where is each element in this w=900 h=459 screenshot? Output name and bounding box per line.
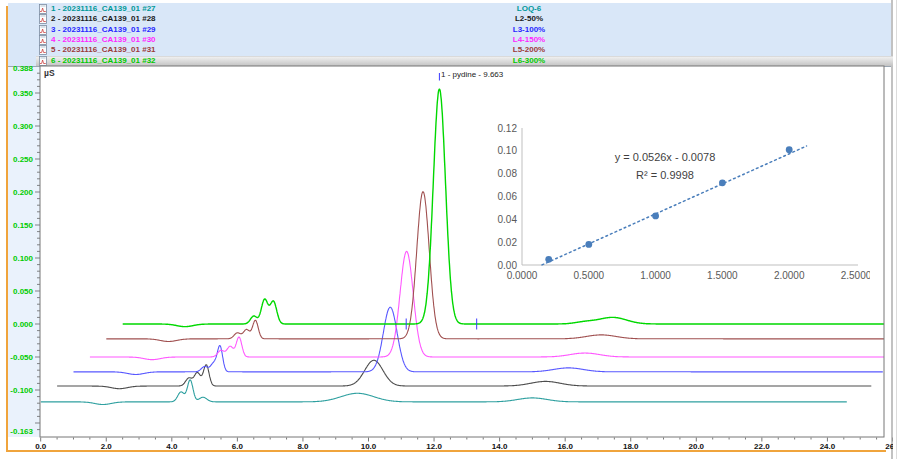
svg-text:1.0000: 1.0000: [640, 270, 671, 281]
svg-text:0.200: 0.200: [13, 188, 34, 197]
svg-text:0.150: 0.150: [13, 221, 34, 230]
svg-text:0.100: 0.100: [13, 254, 34, 263]
svg-text:4.0: 4.0: [166, 442, 178, 451]
svg-text:-0.163: -0.163: [10, 427, 33, 436]
svg-text:12.0: 12.0: [426, 442, 442, 451]
trendline-r-squared: R² = 0.9998: [515, 169, 815, 181]
svg-text:0.0000: 0.0000: [507, 270, 538, 281]
y-axis-unit-label: µS: [44, 68, 55, 78]
svg-text:18.0: 18.0: [623, 442, 639, 451]
svg-text:24.0: 24.0: [820, 442, 836, 451]
svg-text:26.0: 26.0: [885, 442, 893, 451]
svg-text:8.0: 8.0: [297, 442, 309, 451]
svg-text:0.5000: 0.5000: [574, 270, 605, 281]
panel-splitter-shadow: [896, 0, 897, 459]
svg-text:2.0000: 2.0000: [774, 270, 805, 281]
svg-text:1.5000: 1.5000: [707, 270, 738, 281]
svg-text:-0.100: -0.100: [10, 386, 33, 395]
svg-text:22.0: 22.0: [754, 442, 770, 451]
svg-text:0.250: 0.250: [13, 155, 34, 164]
svg-text:0.12: 0.12: [498, 123, 518, 134]
svg-text:0.300: 0.300: [13, 122, 34, 131]
svg-text:0.06: 0.06: [498, 191, 518, 202]
chromatography-workspace: 1 - 20231116_CA139_01 #27 LOQ-6 2 - 2023…: [0, 0, 900, 459]
svg-text:0.00: 0.00: [498, 260, 518, 271]
svg-text:10.0: 10.0: [361, 442, 377, 451]
svg-text:0.000: 0.000: [13, 320, 34, 329]
svg-text:16.0: 16.0: [557, 442, 573, 451]
svg-text:2.5000: 2.5000: [841, 270, 870, 281]
svg-text:0.350: 0.350: [13, 89, 34, 98]
trendline-equation: y = 0.0526x - 0.0078: [515, 151, 815, 163]
svg-text:0.0: 0.0: [35, 442, 47, 451]
peak-annotation: 1 - pydine - 9.663: [441, 70, 503, 79]
svg-text:14.0: 14.0: [492, 442, 508, 451]
svg-text:2.0: 2.0: [101, 442, 113, 451]
svg-text:0.02: 0.02: [498, 237, 518, 248]
svg-text:20.0: 20.0: [689, 442, 705, 451]
svg-text:0.04: 0.04: [498, 214, 518, 225]
calibration-inset-chart: 0.000.020.040.060.080.100.120.00000.5000…: [490, 122, 870, 292]
svg-text:-0.050: -0.050: [10, 353, 33, 362]
svg-text:0.388: 0.388: [13, 64, 34, 73]
svg-text:6.0: 6.0: [232, 442, 244, 451]
svg-text:0.050: 0.050: [13, 287, 34, 296]
